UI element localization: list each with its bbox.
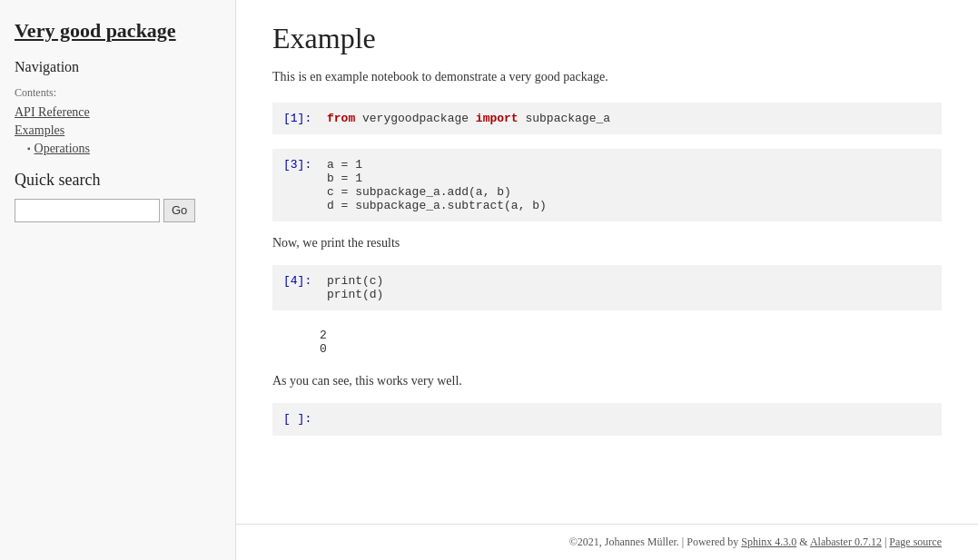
contents-label: Contents: [15, 86, 221, 100]
nav-sub-list: Operations [15, 142, 221, 156]
cell-label-3: [3]: [283, 158, 320, 172]
cell-label-1: [1]: [283, 112, 320, 125]
footer-sphinx-link[interactable]: Sphinx 4.3.0 [741, 535, 796, 548]
nav-item-examples: Examples Operations [15, 123, 221, 156]
nav-link-operations[interactable]: Operations [35, 142, 90, 156]
nav-item-api: API Reference [15, 105, 221, 120]
nav-list: API Reference Examples Operations [15, 105, 221, 156]
code-cell-1: [1]: from verygoodpackage import subpack… [272, 103, 942, 134]
main-content: Example This is en example notebook to d… [236, 0, 978, 524]
search-row: Go [15, 199, 221, 222]
footer-copyright: ©2021, Johannes Müller. [569, 535, 679, 548]
code-cell-empty: [ ]: [272, 403, 942, 436]
keyword-import: import [476, 112, 519, 125]
site-title[interactable]: Very good package [15, 18, 221, 44]
sidebar: Very good package Navigation Contents: A… [0, 0, 236, 560]
keyword-from: from [327, 112, 355, 125]
nav-link-api[interactable]: API Reference [15, 105, 90, 119]
output-cell: 2 0 [272, 325, 942, 359]
prose-text-2: As you can see, this works very well. [272, 374, 942, 388]
prose-text-1: Now, we print the results [272, 236, 942, 251]
cell-label-empty: [ ]: [283, 412, 320, 426]
nav-link-examples[interactable]: Examples [15, 123, 64, 137]
code-cell-4: [4]: print(c) print(d) [272, 265, 942, 310]
cell-label-4: [4]: [283, 274, 320, 288]
cell-content-4: print(c) print(d) [327, 274, 931, 301]
page-title: Example [272, 22, 942, 55]
nav-heading: Navigation [15, 59, 221, 75]
nav-sub-item-operations: Operations [27, 142, 221, 156]
quick-search-heading: Quick search [15, 171, 221, 190]
cell-content-3: a = 1 b = 1 c = subpackage_a.add(a, b) d… [327, 158, 931, 212]
intro-text: This is en example notebook to demonstra… [272, 70, 942, 84]
search-button[interactable]: Go [163, 199, 195, 222]
footer-alabaster-link[interactable]: Alabaster 0.7.12 [810, 535, 882, 548]
page-layout: Very good package Navigation Contents: A… [0, 0, 978, 560]
search-input[interactable] [15, 199, 160, 222]
code-cell-3: [3]: a = 1 b = 1 c = subpackage_a.add(a,… [272, 149, 942, 221]
footer: ©2021, Johannes Müller. | Powered by Sph… [236, 524, 978, 560]
footer-and: & [799, 535, 810, 548]
footer-page-source-link[interactable]: Page source [889, 535, 942, 548]
cell-content-1: from verygoodpackage import subpackage_a [327, 112, 931, 125]
footer-powered-by: Powered by [687, 535, 738, 548]
